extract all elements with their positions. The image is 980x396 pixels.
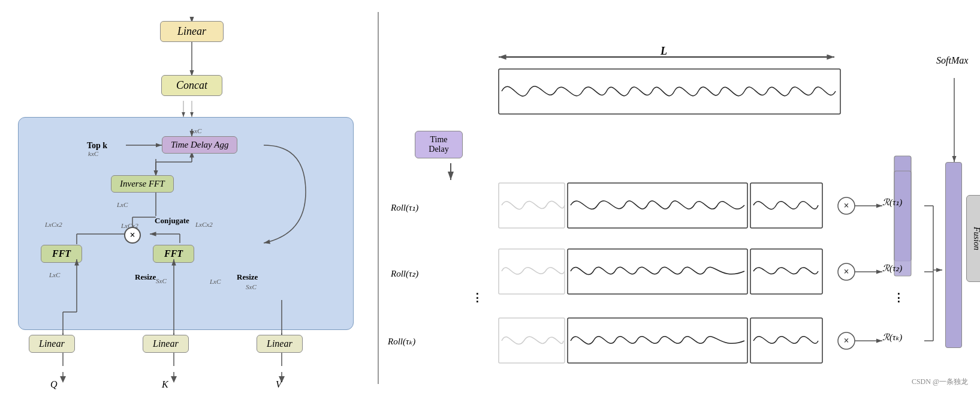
svg-text:×: × [843, 335, 849, 346]
top-k-label: Top k [87, 141, 107, 151]
svg-rect-49 [750, 249, 822, 294]
q-label: Q [50, 379, 58, 390]
resize-right-label: Resize [237, 272, 258, 282]
lxc-fft-label: LxC [49, 271, 60, 278]
linear-top-box: Linear [160, 21, 224, 42]
svg-rect-60 [894, 171, 911, 276]
svg-text:×: × [843, 266, 849, 277]
fft-right-stack: FFT [153, 245, 194, 263]
svg-rect-59 [894, 156, 911, 261]
roll-tau2-label: Roll(τ₂) [391, 268, 418, 279]
svg-rect-41 [499, 69, 840, 114]
conjugate-label: Conjugate [155, 216, 189, 226]
linear-top-label: Linear [177, 25, 206, 37]
concat-label: Concat [176, 79, 207, 91]
svg-rect-46 [750, 183, 822, 228]
svg-rect-50 [499, 318, 565, 363]
r-tauk-label: ℛ(τₖ) [882, 332, 902, 343]
left-panel: Linear Concat Time Delay Agg Top k kxC L… [6, 12, 378, 396]
svg-point-55 [838, 263, 855, 280]
concat-box: Concat [161, 75, 222, 96]
lxc-top-label: LxC [191, 127, 201, 134]
l-label: L [661, 45, 667, 58]
right-panel: × × × [379, 12, 974, 396]
softmax-column [945, 162, 962, 348]
r-tau2-label: ℛ(τ₂) [882, 263, 902, 274]
svg-rect-51 [568, 318, 747, 363]
inverse-fft-label: Inverse FFT [120, 179, 165, 188]
linear-q-stack: Linear [29, 335, 75, 353]
linear-k-stack: Linear [143, 335, 189, 353]
svg-rect-48 [568, 249, 747, 294]
lxc-mid-label: LxC [117, 201, 128, 208]
svg-point-53 [838, 197, 855, 214]
svg-point-57 [838, 332, 855, 349]
softmax-label: SoftMax [936, 55, 968, 66]
roll-tau1-label: Roll(τ₁) [391, 202, 418, 213]
svg-rect-44 [499, 183, 565, 228]
roll-tauk-label: Roll(τₖ) [388, 336, 415, 347]
lxcx2-left-label: LxCx2 [45, 221, 62, 228]
fusion-box: Fusion [966, 195, 980, 282]
r-dots-label: ⋮ [893, 291, 904, 304]
svg-marker-25 [60, 376, 66, 383]
resize-left-label: Resize [135, 272, 156, 282]
svg-marker-28 [171, 376, 177, 383]
time-delay-box: TimeDelay [415, 131, 463, 158]
v-label: V [276, 379, 282, 390]
time-delay-agg-box: Time Delay Agg [162, 136, 237, 154]
svg-text:×: × [843, 200, 849, 211]
inverse-fft-box: Inverse FFT [111, 175, 174, 193]
svg-rect-52 [750, 318, 822, 363]
fft-left-stack: FFT [41, 245, 82, 263]
linear-v-stack: Linear [257, 335, 303, 353]
lxcx2-right-label: LxCx2 [195, 221, 213, 228]
svg-rect-47 [499, 249, 565, 294]
main-container: Linear Concat Time Delay Agg Top k kxC L… [0, 0, 980, 396]
svg-rect-45 [568, 183, 747, 228]
lxc-kxc-label: kxC [88, 150, 98, 157]
sxc-left-label: SxC [156, 277, 167, 284]
multiply-circle: × [124, 227, 141, 244]
sxc-right-label: SxC [246, 283, 257, 290]
r-tau1-label: ℛ(τ₁) [882, 197, 902, 208]
dots-label: ⋮ [472, 291, 483, 304]
lxc-right-fft-label: LxC [210, 278, 221, 285]
csdn-label: CSDN @一条独龙 [912, 377, 968, 387]
k-label: K [162, 379, 168, 390]
time-delay-agg-label: Time Delay Agg [171, 140, 228, 149]
